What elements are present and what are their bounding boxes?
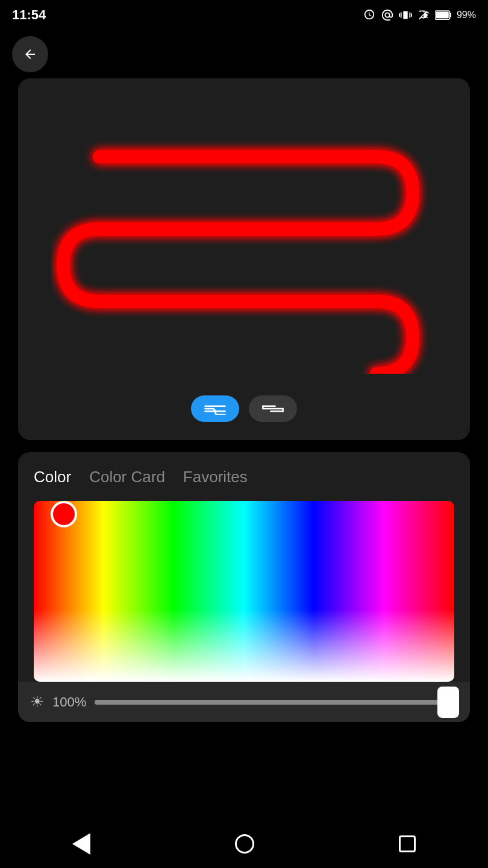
status-time: 11:54	[12, 7, 46, 23]
svg-rect-1	[449, 13, 451, 17]
home-nav-button[interactable]	[235, 834, 254, 854]
preview-card	[18, 78, 470, 440]
recents-nav-button[interactable]	[399, 835, 416, 852]
color-picker[interactable]	[34, 501, 454, 682]
style-button-1[interactable]	[191, 395, 239, 422]
battery-icon	[435, 8, 452, 22]
neon-svg	[51, 108, 437, 374]
tab-color[interactable]: Color	[34, 468, 71, 489]
recents-nav-icon	[399, 835, 416, 852]
back-arrow-icon	[23, 47, 37, 61]
brightness-fill	[95, 700, 458, 705]
color-panel: Color Color Card Favorites ☀ 100%	[18, 452, 470, 722]
neon-display	[36, 96, 452, 386]
status-bar: 11:54 99%	[0, 0, 488, 30]
brightness-slider[interactable]	[95, 700, 458, 705]
battery-percentage: 99%	[457, 10, 476, 20]
wifi-off-icon	[417, 8, 430, 22]
tabs-container: Color Color Card Favorites	[34, 468, 454, 489]
style-button-2[interactable]	[249, 395, 297, 422]
brightness-label: 100%	[52, 694, 86, 710]
status-icons: 99%	[363, 8, 476, 22]
alarm-icon	[363, 8, 376, 22]
vibrate-icon	[399, 8, 412, 22]
at-icon	[381, 8, 394, 22]
brightness-row: ☀ 100%	[18, 682, 470, 722]
style-2-icon	[262, 403, 284, 415]
brightness-thumb[interactable]	[437, 687, 459, 718]
tab-colorcard[interactable]: Color Card	[89, 468, 165, 489]
back-nav-button[interactable]	[72, 833, 90, 855]
back-nav-icon	[72, 833, 90, 855]
tab-favorites[interactable]: Favorites	[183, 468, 248, 489]
back-button[interactable]	[12, 36, 48, 72]
style-buttons-container	[191, 395, 297, 422]
sun-icon: ☀	[30, 693, 44, 711]
home-nav-icon	[235, 834, 254, 854]
style-1-icon	[204, 403, 226, 415]
svg-rect-2	[436, 12, 449, 19]
saturation-gradient	[34, 501, 454, 682]
color-picker-thumb[interactable]	[51, 501, 77, 527]
nav-bar	[0, 820, 488, 868]
